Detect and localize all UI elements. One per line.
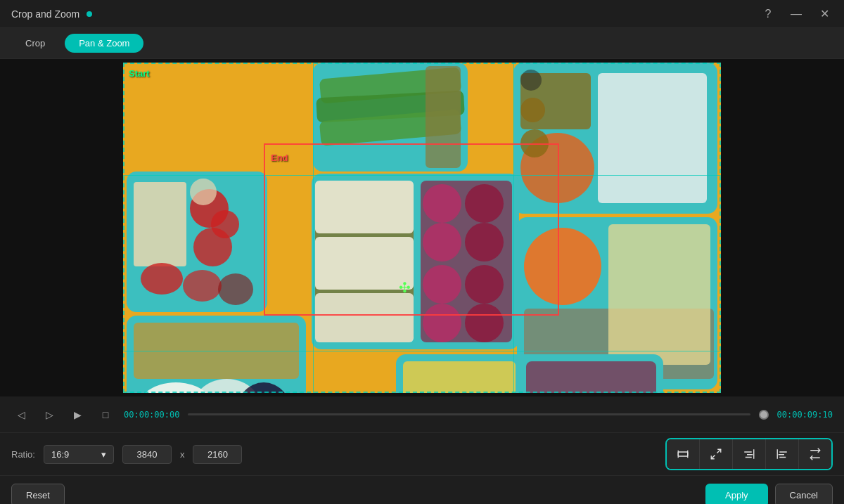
step-forward-button[interactable]: ▷ [39, 405, 59, 425]
end-label: End [271, 153, 288, 163]
help-button[interactable]: ? [760, 6, 776, 22]
align-left-icon [776, 448, 788, 460]
ratio-value: 16:9 [51, 449, 69, 460]
minimize-button[interactable]: — [788, 6, 805, 22]
title-bar: Crop and Zoom ? — ✕ [0, 0, 844, 28]
width-input[interactable] [122, 445, 172, 464]
title-bar-right: ? — ✕ [760, 6, 833, 22]
height-input[interactable] [193, 445, 242, 464]
bento-box-4 [312, 174, 519, 349]
skip-back-button[interactable]: ◁ [11, 405, 31, 425]
bottom-controls: ◁ ▷ ▶ □ 00:00:00:00 00:00:09:10 Ratio: 1… [0, 396, 844, 504]
action-buttons: Apply Cancel [705, 484, 833, 505]
tab-pan-zoom[interactable]: Pan & Zoom [65, 34, 143, 53]
preview-area: Start End ✣ [0, 59, 844, 396]
align-right-button[interactable] [733, 439, 766, 469]
close-button[interactable]: ✕ [816, 6, 833, 22]
reset-button[interactable]: Reset [11, 484, 65, 505]
tab-crop[interactable]: Crop [11, 34, 59, 53]
fit-screen-button[interactable] [700, 439, 733, 469]
title-accent-dot [87, 11, 92, 17]
timeline-bar: ◁ ▷ ▶ □ 00:00:00:00 00:00:09:10 [0, 396, 844, 433]
svg-rect-0 [678, 452, 688, 456]
timeline-handle[interactable] [759, 410, 769, 420]
bento-box-7 [396, 354, 663, 393]
action-row: Reset Apply Cancel [0, 475, 844, 504]
video-preview[interactable]: Start End ✣ [123, 63, 721, 393]
tab-bar: Crop Pan & Zoom [0, 28, 844, 59]
bento-box-6 [127, 316, 306, 393]
dimension-separator: x [180, 449, 185, 460]
timeline-track[interactable] [188, 413, 750, 415]
current-time: 00:00:00:00 [124, 410, 179, 420]
fit-width-icon [677, 448, 689, 460]
settings-row: Ratio: 16:9 ▾ x [0, 433, 844, 475]
start-label: Start [129, 68, 150, 79]
fullscreen-button[interactable]: □ [96, 405, 115, 425]
svg-line-4 [711, 455, 715, 459]
swap-icon [809, 448, 821, 460]
bento-box-3 [513, 63, 717, 214]
svg-line-3 [717, 449, 721, 453]
window-title: Crop and Zoom [11, 8, 79, 20]
ratio-select[interactable]: 16:9 ▾ [44, 445, 114, 464]
align-right-icon [743, 448, 755, 460]
bento-box-1 [127, 172, 267, 312]
swap-button[interactable] [799, 439, 831, 469]
end-time: 00:00:09:10 [777, 410, 833, 420]
apply-button[interactable]: Apply [705, 484, 768, 505]
ratio-label: Ratio: [11, 449, 35, 460]
align-left-button[interactable] [766, 439, 799, 469]
bento-box-2 [313, 63, 468, 172]
ratio-chevron-icon: ▾ [101, 449, 106, 460]
cancel-button[interactable]: Cancel [775, 484, 833, 505]
fit-screen-icon [710, 448, 722, 460]
fit-width-button[interactable] [667, 439, 700, 469]
title-bar-left: Crop and Zoom [11, 8, 92, 20]
tool-group [665, 438, 833, 470]
play-button[interactable]: ▶ [68, 405, 87, 425]
